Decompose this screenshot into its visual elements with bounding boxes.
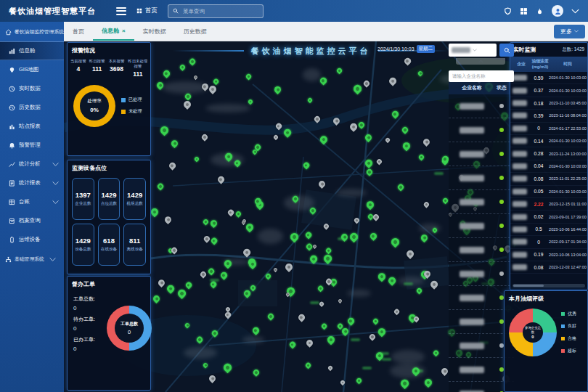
home-shortcut[interactable]: 首页 bbox=[136, 7, 158, 15]
enterprise-row-7[interactable] bbox=[449, 262, 514, 286]
enterprise-list-collapse[interactable] bbox=[456, 58, 505, 65]
blurred-enterprise-name bbox=[513, 239, 527, 245]
realtime-row-10[interactable]: 2.22 2023-12-15 01:11:00 bbox=[510, 198, 587, 211]
flame-icon[interactable] bbox=[536, 7, 544, 15]
enterprise-row-5[interactable] bbox=[449, 214, 514, 238]
realtime-row-2[interactable]: 0.18 2023-11-10 03:45:00 bbox=[510, 97, 587, 110]
map-dashboard[interactable]: 餐饮油烟智能监控云平台 2024/1/30 10:03 星期二 报警情况 当前报… bbox=[64, 41, 588, 392]
blurred-enterprise-name bbox=[513, 264, 527, 270]
sidebar-item-label: 历史数据 bbox=[19, 104, 41, 111]
map-banner-title: 餐饮油烟智能监控云平台 bbox=[251, 46, 371, 57]
enterprise-row-3[interactable] bbox=[449, 166, 514, 190]
home-shortcut-label: 首页 bbox=[145, 7, 158, 15]
blurred-map-label-green bbox=[382, 358, 391, 361]
badge-icon[interactable] bbox=[504, 7, 512, 15]
sidebar-item-label: 实时数据 bbox=[19, 85, 41, 92]
realtime-row-4[interactable]: 0 2024-01-17 22:53:00 bbox=[510, 123, 587, 135]
realtime-row-14[interactable]: 0.19 2023-10-06 13:04:00 bbox=[510, 249, 587, 261]
device-stat-card-3: 1429 设备总数 bbox=[72, 224, 94, 266]
sidebar-item-7[interactable]: 统计报表 bbox=[0, 173, 64, 192]
menu-toggle-icon[interactable] bbox=[116, 7, 126, 15]
chevron-down-icon[interactable] bbox=[571, 7, 579, 15]
archive-icon bbox=[9, 218, 15, 224]
device-stat-card-5: 811 离线设备 bbox=[123, 224, 146, 266]
sidebar-item-6[interactable]: 统计分析 bbox=[0, 155, 64, 173]
alarm-stat-3: 昨日未处理报警 111 bbox=[128, 59, 148, 78]
bar-chart-icon bbox=[9, 123, 15, 130]
workorder-donut-value: 0 bbox=[128, 329, 131, 335]
realtime-row-11[interactable]: 0.02 2023-09-01 17:39:00 bbox=[510, 211, 587, 223]
sidebar-item-0[interactable]: 信息舱 bbox=[0, 41, 64, 60]
sidebar-item-9[interactable]: 档案查询 bbox=[0, 211, 64, 230]
device-stat-card-2: 1429 机组总数 bbox=[123, 178, 146, 220]
realtime-row-7[interactable]: 0.04 2024-01-30 10:03:00 bbox=[510, 160, 587, 173]
workorder-donut: 工单总数 0 bbox=[107, 306, 152, 351]
close-icon[interactable]: × bbox=[122, 28, 126, 34]
sidebar-item-label: 档案查询 bbox=[19, 217, 41, 224]
blurred-map-label bbox=[391, 350, 425, 364]
apps-grid-icon[interactable] bbox=[520, 7, 528, 15]
rating-panel-title: 本月油烟评级 bbox=[505, 291, 587, 306]
reading-time: 2023-11-01 22:25:00 bbox=[548, 176, 587, 181]
rating-donut: 参与企业总数 0 bbox=[509, 309, 557, 356]
realtime-row-12[interactable]: 0.5 2023-10-06 16:44:00 bbox=[510, 224, 587, 236]
concentration-value: 0.05 bbox=[529, 189, 548, 194]
rating-donut-label: 参与企业总数 bbox=[523, 326, 542, 334]
map-weekday-chip: 星期二 bbox=[417, 45, 436, 53]
enterprise-select[interactable] bbox=[449, 44, 497, 57]
sidebar-section-base-system[interactable]: 基础管理系统 bbox=[0, 249, 64, 269]
blurred-enterprise-name bbox=[513, 163, 527, 169]
concentration-value: 0.04 bbox=[529, 163, 548, 168]
realtime-row-0[interactable]: 0.59 2024-01-30 10:03:00 bbox=[510, 72, 587, 84]
enterprise-row-6[interactable] bbox=[449, 238, 514, 262]
realtime-row-8[interactable]: 0.08 2023-11-01 22:25:00 bbox=[510, 173, 587, 185]
tab-0[interactable]: 首页 bbox=[64, 22, 93, 41]
device-panel-title: 监测设备点位 bbox=[68, 160, 150, 175]
map-datetime: 2024/1/30 10:03 星期二 bbox=[377, 45, 450, 53]
scrollbar-thumb[interactable] bbox=[513, 285, 544, 287]
tab-2[interactable]: 实时数据 bbox=[134, 22, 175, 41]
blurred-map-label-green bbox=[404, 282, 413, 285]
realtime-row-9[interactable]: 0.05 2024-01-30 10:03:00 bbox=[510, 186, 587, 198]
sidebar-item-4[interactable]: 站点报表 bbox=[0, 117, 64, 136]
alarm-panel: 报警情况 当前报警 4 昨日报警 111 本月报警 3698 昨日未处理报警 1… bbox=[67, 42, 151, 156]
menu-search-input[interactable] bbox=[181, 7, 258, 15]
blurred-enterprise-name bbox=[513, 100, 527, 106]
home-icon bbox=[5, 29, 12, 36]
concentration-value: 0.28 bbox=[529, 151, 548, 156]
workorder-panel: 督办工单 工单总数: 0 待办工单: 0 已办工单: 0 工单总数 0 bbox=[67, 276, 151, 391]
enterprise-name-input[interactable] bbox=[449, 70, 514, 82]
blurred-enterprise-name bbox=[513, 88, 527, 94]
concentration-value: 0.39 bbox=[529, 113, 548, 118]
realtime-row-15[interactable]: 0.08 2023-12-03 12:47:00 bbox=[510, 261, 587, 274]
enterprise-row-2[interactable] bbox=[449, 142, 514, 166]
enterprise-search-button[interactable] bbox=[499, 44, 514, 57]
app-root: 餐饮油烟管理智慧平台 首页 餐饮油烟监控管理系统 信息舱 bbox=[0, 0, 588, 392]
horizontal-scrollbar[interactable] bbox=[513, 284, 585, 287]
realtime-row-1[interactable]: 0.37 2024-01-30 10:03:00 bbox=[510, 84, 587, 97]
sidebar-item-10[interactable]: 运维设备 bbox=[0, 230, 64, 249]
tab-label: 历史数据 bbox=[184, 28, 207, 36]
sidebar-item-5[interactable]: 预警管理 bbox=[0, 136, 64, 155]
sidebar-item-8[interactable]: 台账 bbox=[0, 192, 64, 211]
realtime-row-6[interactable]: 0.28 2023-11-24 13:00:00 bbox=[510, 147, 587, 160]
sidebar-item-1[interactable]: GIS地图 bbox=[0, 60, 64, 79]
enterprise-row-0[interactable] bbox=[449, 94, 514, 118]
enterprise-row-4[interactable] bbox=[449, 190, 514, 214]
realtime-row-13[interactable]: 0 2022-09-17 01:34:00 bbox=[510, 236, 587, 248]
sidebar-item-3[interactable]: 历史数据 bbox=[0, 98, 64, 117]
blurred-enterprise-name bbox=[513, 138, 527, 144]
realtime-row-5[interactable]: 0.14 2024-01-30 10:03:00 bbox=[510, 135, 587, 147]
tab-1[interactable]: 信息舱 × bbox=[93, 22, 134, 41]
sidebar-section-restaurant-system[interactable]: 餐饮油烟监控管理系统 bbox=[0, 22, 64, 41]
more-button[interactable]: 更多 bbox=[554, 25, 585, 38]
user-avatar[interactable] bbox=[552, 5, 563, 17]
alarm-donut-value: 0% bbox=[90, 107, 99, 113]
sidebar-item-2[interactable]: 实时数据 bbox=[0, 79, 64, 98]
tab-label: 信息舱 bbox=[102, 27, 119, 35]
reading-time: 2024-01-30 10:03:00 bbox=[548, 164, 587, 168]
enterprise-row-1[interactable] bbox=[449, 118, 514, 142]
sidebar-item-label: 台账 bbox=[19, 198, 30, 205]
tab-3[interactable]: 历史数据 bbox=[175, 22, 216, 41]
realtime-row-3[interactable]: 0.39 2023-11-16 08:04:00 bbox=[510, 110, 587, 122]
